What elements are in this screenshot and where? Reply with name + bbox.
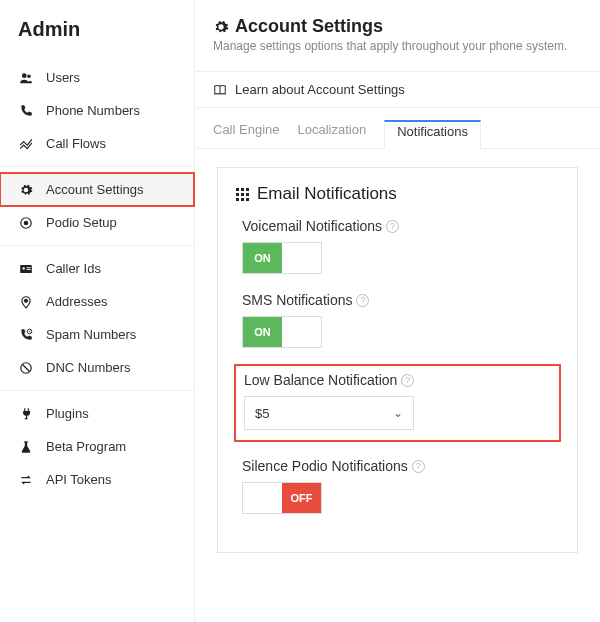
toggle-on-label: ON	[243, 317, 282, 347]
sidebar-title: Admin	[0, 0, 194, 55]
sidebar-item-spam-numbers[interactable]: ✕ Spam Numbers	[0, 318, 194, 351]
spam-phone-icon: ✕	[18, 328, 34, 342]
svg-point-5	[23, 267, 25, 269]
setting-silence-podio: Silence Podio Notifications ? . OFF	[242, 458, 559, 514]
toggle-on-label: ON	[243, 243, 282, 273]
sidebar-item-label: Podio Setup	[46, 215, 117, 230]
tab-call-engine[interactable]: Call Engine	[213, 122, 280, 149]
podio-icon	[18, 216, 34, 230]
flask-icon	[18, 440, 34, 454]
page-title: Account Settings	[235, 16, 383, 37]
setting-voicemail: Voicemail Notifications ? ON .	[242, 218, 559, 274]
toggle-off-blank: .	[282, 243, 321, 273]
svg-line-12	[23, 364, 30, 371]
sidebar-item-plugins[interactable]: Plugins	[0, 397, 194, 430]
sidebar-item-label: Beta Program	[46, 439, 126, 454]
sidebar-item-label: Users	[46, 70, 80, 85]
pin-icon	[18, 295, 34, 309]
plug-icon	[18, 407, 34, 421]
low-balance-select[interactable]: $5 ⌄	[244, 396, 414, 430]
gear-icon	[18, 183, 34, 197]
sidebar-item-users[interactable]: Users	[0, 61, 194, 94]
toggle-on-blank: .	[243, 483, 282, 513]
sidebar-item-label: Caller Ids	[46, 261, 101, 276]
sidebar-item-label: DNC Numbers	[46, 360, 131, 375]
help-icon[interactable]: ?	[386, 220, 399, 233]
sidebar-item-podio-setup[interactable]: Podio Setup	[0, 206, 194, 239]
sidebar-group: Caller Ids Addresses ✕ Spam Numbers DNC …	[0, 246, 194, 391]
email-notifications-card: Email Notifications Voicemail Notificati…	[217, 167, 578, 553]
setting-label-text: Low Balance Notification	[244, 372, 397, 388]
sidebar-item-label: Phone Numbers	[46, 103, 140, 118]
sidebar-group: Users Phone Numbers Call Flows	[0, 55, 194, 167]
gear-icon	[213, 19, 229, 35]
chart-icon	[18, 137, 34, 151]
book-icon	[213, 83, 227, 97]
main-content: Account Settings Manage settings options…	[195, 0, 600, 622]
sidebar-item-call-flows[interactable]: Call Flows	[0, 127, 194, 160]
setting-label-text: Silence Podio Notifications	[242, 458, 408, 474]
voicemail-toggle[interactable]: ON .	[242, 242, 322, 274]
sidebar-item-beta-program[interactable]: Beta Program	[0, 430, 194, 463]
help-icon[interactable]: ?	[401, 374, 414, 387]
tabs: Call Engine Localization Notifications	[195, 108, 600, 149]
sidebar-group: Account Settings Podio Setup	[0, 167, 194, 246]
tab-notifications[interactable]: Notifications	[384, 120, 481, 149]
svg-point-1	[27, 74, 31, 78]
setting-label-text: SMS Notifications	[242, 292, 352, 308]
sidebar-item-caller-ids[interactable]: Caller Ids	[0, 252, 194, 285]
svg-point-8	[25, 299, 28, 302]
toggle-off-blank: .	[282, 317, 321, 347]
sidebar-item-account-settings[interactable]: Account Settings	[0, 173, 194, 206]
card-title: Email Notifications	[257, 184, 397, 204]
users-icon	[18, 71, 34, 85]
help-icon[interactable]: ?	[356, 294, 369, 307]
sidebar-item-dnc-numbers[interactable]: DNC Numbers	[0, 351, 194, 384]
learn-banner[interactable]: Learn about Account Settings	[195, 71, 600, 108]
svg-point-3	[24, 221, 28, 225]
learn-label: Learn about Account Settings	[235, 82, 405, 97]
sidebar-item-label: Addresses	[46, 294, 107, 309]
sidebar-item-label: Account Settings	[46, 182, 144, 197]
tab-localization[interactable]: Localization	[298, 122, 367, 149]
sidebar-item-phone-numbers[interactable]: Phone Numbers	[0, 94, 194, 127]
svg-rect-6	[27, 267, 31, 268]
silence-podio-toggle[interactable]: . OFF	[242, 482, 322, 514]
page-subtitle: Manage settings options that apply throu…	[213, 39, 582, 53]
admin-sidebar: Admin Users Phone Numbers Call Flows	[0, 0, 195, 622]
sidebar-item-label: API Tokens	[46, 472, 112, 487]
help-icon[interactable]: ?	[412, 460, 425, 473]
sms-toggle[interactable]: ON .	[242, 316, 322, 348]
setting-low-balance: Low Balance Notification ? $5 ⌄	[236, 366, 559, 440]
svg-point-0	[22, 73, 27, 78]
sidebar-item-label: Spam Numbers	[46, 327, 136, 342]
sidebar-item-api-tokens[interactable]: API Tokens	[0, 463, 194, 496]
sidebar-group: Plugins Beta Program API Tokens	[0, 391, 194, 502]
select-value: $5	[255, 406, 269, 421]
chevron-down-icon: ⌄	[393, 406, 403, 420]
grid-icon	[236, 188, 249, 201]
ban-icon	[18, 361, 34, 375]
toggle-off-label: OFF	[282, 483, 321, 513]
svg-text:✕: ✕	[28, 329, 31, 333]
id-card-icon	[18, 262, 34, 276]
setting-label-text: Voicemail Notifications	[242, 218, 382, 234]
setting-sms: SMS Notifications ? ON .	[242, 292, 559, 348]
exchange-icon	[18, 473, 34, 487]
phone-icon	[18, 104, 34, 118]
sidebar-item-addresses[interactable]: Addresses	[0, 285, 194, 318]
sidebar-item-label: Call Flows	[46, 136, 106, 151]
sidebar-item-label: Plugins	[46, 406, 89, 421]
svg-rect-7	[27, 269, 31, 270]
